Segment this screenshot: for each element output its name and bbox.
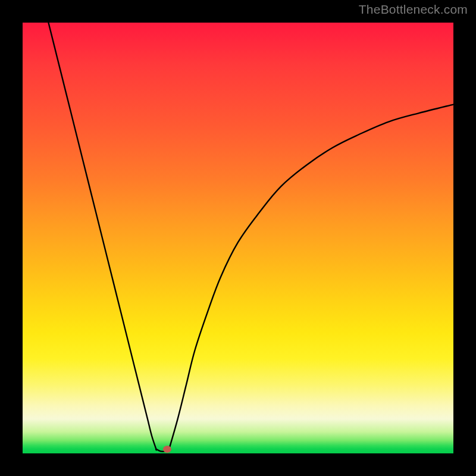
plot-area	[23, 23, 453, 453]
optimal-point-marker	[163, 446, 171, 453]
bottleneck-curve	[23, 23, 453, 453]
chart-frame: TheBottleneck.com	[0, 0, 476, 476]
watermark-text: TheBottleneck.com	[359, 2, 468, 17]
